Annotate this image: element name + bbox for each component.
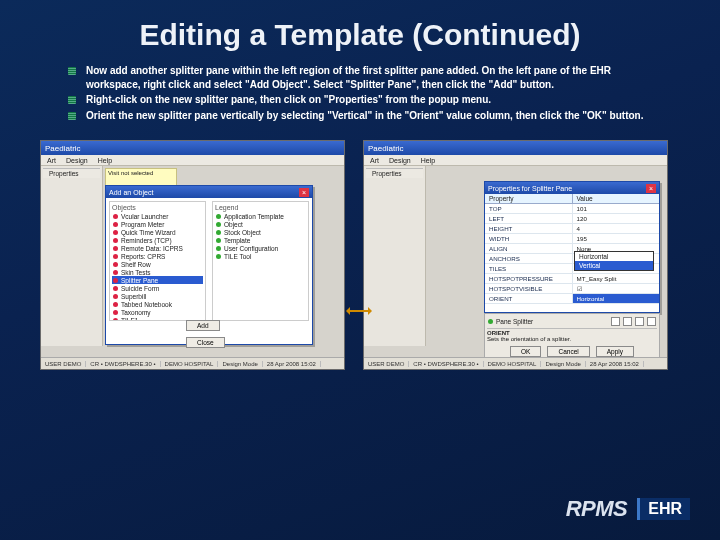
status-cell: CR • DWDSPHERE.30 • <box>86 361 160 367</box>
orient-dropdown[interactable]: Horizontal Vertical <box>574 251 654 271</box>
property-row[interactable]: WIDTH195 <box>485 234 659 244</box>
add-object-dialog: Add an Object × Objects Vcular Launcher … <box>105 185 313 345</box>
property-row[interactable]: TOP101 <box>485 204 659 214</box>
menu-item[interactable]: Help <box>98 157 112 164</box>
tree-item[interactable]: Reports: CPRS <box>112 252 203 260</box>
menu-bar: Art Design Help <box>41 155 344 166</box>
window-titlebar: Paediatric <box>364 141 667 155</box>
orient-desc: Sets the orientation of a splitter. <box>487 336 571 342</box>
properties-tab[interactable]: Properties <box>43 168 100 178</box>
menu-item[interactable]: Design <box>389 157 411 164</box>
window-title: Paediatric <box>45 144 81 153</box>
tree-item[interactable]: Remote Data: ICPRS <box>112 244 203 252</box>
status-cell: USER DEMO <box>41 361 86 367</box>
property-row[interactable]: HEIGHT4 <box>485 224 659 234</box>
properties-tab[interactable]: Properties <box>366 168 423 178</box>
tree-item[interactable]: Shelf Row <box>112 260 203 268</box>
tree-item[interactable]: Tabbed Notebook <box>112 300 203 308</box>
menu-item[interactable]: Design <box>66 157 88 164</box>
tree-item[interactable]: Vcular Launcher <box>112 212 203 220</box>
column-header-value: Value <box>573 194 660 203</box>
tree-item[interactable]: Program Meter <box>112 220 203 228</box>
legend-item: TILE Tool <box>215 252 306 260</box>
status-bar: USER DEMO CR • DWDSPHERE.30 • DEMO HOSPI… <box>364 357 667 369</box>
status-cell: 28 Apr 2008 15:02 <box>586 361 644 367</box>
close-button[interactable]: Close <box>186 337 225 348</box>
tree-item[interactable]: Superbill <box>112 292 203 300</box>
dropdown-option-selected[interactable]: Vertical <box>575 261 653 270</box>
rpms-logo: RPMS <box>566 496 628 522</box>
status-bar: USER DEMO CR • DWDSPHERE.30 • DEMO HOSPI… <box>41 357 344 369</box>
status-cell: Design Mode <box>218 361 262 367</box>
bullet-item: Orient the new splitter pane vertically … <box>86 109 660 123</box>
column-header: Objects <box>112 204 203 211</box>
legend-item: Template <box>215 236 306 244</box>
dialog-title: Properties for Splitter Pane <box>488 185 572 192</box>
footer-logo: RPMS EHR <box>566 496 690 522</box>
property-row-orient[interactable]: ORIENTHorizontal <box>485 294 659 304</box>
bullet-item: Now add another splitter pane within the… <box>86 64 660 91</box>
legend-item: Application Template <box>215 212 306 220</box>
objects-column: Objects Vcular Launcher Program Meter Qu… <box>109 201 206 321</box>
status-cell: CR • DWDSPHERE.30 • <box>409 361 483 367</box>
properties-dialog: Properties for Splitter Pane × Property … <box>484 181 660 313</box>
menu-item[interactable]: Art <box>370 157 379 164</box>
column-header: Legend <box>215 204 306 211</box>
remove-icon[interactable] <box>623 317 632 326</box>
tree-item[interactable]: Quick Time Wizard <box>112 228 203 236</box>
tree-item[interactable]: Skin Tests <box>112 268 203 276</box>
ehr-badge: EHR <box>637 498 690 520</box>
status-cell: DEMO HOSPITAL <box>484 361 542 367</box>
window-titlebar: Paediatric <box>41 141 344 155</box>
legend-item: Object <box>215 220 306 228</box>
screenshot-left: Paediatric Art Design Help Visit not sel… <box>40 140 345 370</box>
legend-column: Legend Application Template Object Stock… <box>212 201 309 321</box>
visit-notice: Visit not selected <box>105 168 177 186</box>
palette-icon[interactable] <box>647 317 656 326</box>
dropdown-option[interactable]: Horizontal <box>575 252 653 261</box>
status-cell: Design Mode <box>541 361 585 367</box>
apply-button[interactable]: Apply <box>596 346 634 357</box>
add-button[interactable]: Add <box>186 320 220 331</box>
window-title: Paediatric <box>368 144 404 153</box>
pane-splitter-node[interactable]: Pane Splitter <box>487 316 657 326</box>
property-row[interactable]: HOTSPOTVISIBLE☑ <box>485 284 659 294</box>
cancel-button[interactable]: Cancel <box>547 346 589 357</box>
transition-arrow-icon <box>348 310 370 312</box>
legend-item: User Configuration <box>215 244 306 252</box>
column-header-property: Property <box>485 194 573 203</box>
status-cell: USER DEMO <box>364 361 409 367</box>
bullet-list: Now add another splitter pane within the… <box>86 64 660 122</box>
bullet-item: Right-click on the new splitter pane, th… <box>86 93 660 107</box>
close-icon[interactable]: × <box>299 188 309 197</box>
menu-item[interactable]: Help <box>421 157 435 164</box>
menu-bar: Art Design Help <box>364 155 667 166</box>
property-row[interactable]: LEFT120 <box>485 214 659 224</box>
status-cell: DEMO HOSPITAL <box>161 361 219 367</box>
design-panel: Pane Splitter ORIENT Sets the orientatio… <box>484 313 660 359</box>
tree-item-selected[interactable]: Splitter Pane <box>112 276 203 284</box>
tree-item[interactable]: Taxonomy <box>112 308 203 316</box>
menu-item[interactable]: Art <box>47 157 56 164</box>
gear-icon[interactable] <box>635 317 644 326</box>
screenshot-right: Paediatric Art Design Help Properties Pr… <box>363 140 668 370</box>
status-cell: 28 Apr 2008 15:02 <box>263 361 321 367</box>
tree-item[interactable]: Suicide Form <box>112 284 203 292</box>
tree-item[interactable]: Reminders (TCP) <box>112 236 203 244</box>
close-icon[interactable]: × <box>646 184 656 193</box>
property-row[interactable]: HOTSPOTPRESSUREMT_Easy Split <box>485 274 659 284</box>
add-icon[interactable] <box>611 317 620 326</box>
legend-item: Stock Object <box>215 228 306 236</box>
dialog-title: Add an Object <box>109 189 153 196</box>
ok-button[interactable]: OK <box>510 346 541 357</box>
slide-title: Editing a Template (Continued) <box>0 0 720 64</box>
